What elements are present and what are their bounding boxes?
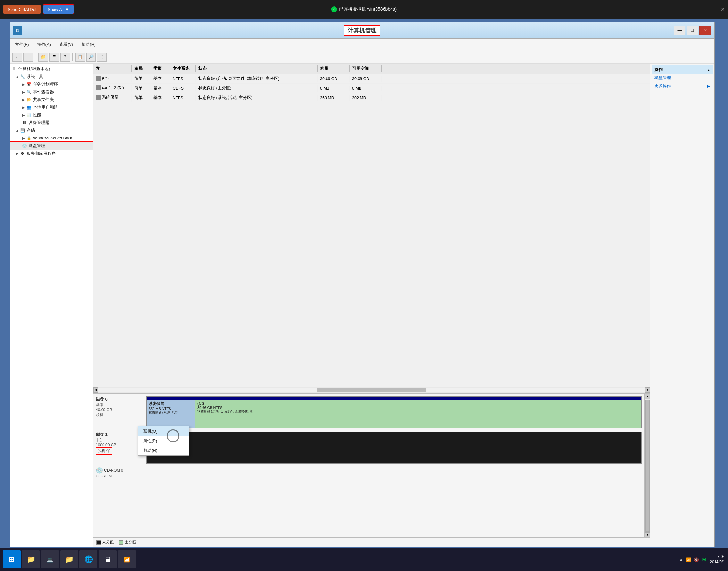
disk0-size: 40.00 GB <box>96 408 144 412</box>
tree-storage[interactable]: ▲ 💾 存储 <box>10 127 93 134</box>
top-bar: Send CtrlAltDel Show All ▼ ✓ 已连接虚拟机 win(… <box>0 0 728 19</box>
disk0-partition-c[interactable]: (C:) 39.66 GB NTFS 状态良好 (启动, 页面文件, 故障转储,… <box>196 397 641 428</box>
toolbar-clipboard-button[interactable]: 📋 <box>75 52 85 62</box>
tree-performance[interactable]: ▶ 📊 性能 <box>10 111 93 119</box>
menu-file[interactable]: 文件(F) <box>12 40 31 49</box>
cdrom0-name: CD-ROM 0 <box>104 468 123 473</box>
vscroll-up-button[interactable]: ▲ <box>645 394 650 399</box>
tree-disk-management[interactable]: 💿 磁盘管理 <box>10 142 93 150</box>
tree-windows-backup[interactable]: ▶ 🔒 Windows Server Back <box>10 134 93 142</box>
context-menu: 联机(O) 属性(P) 帮助(H) <box>138 426 189 456</box>
actions-title-arrow-icon[interactable]: ▲ <box>707 68 710 72</box>
disk-vscrollbar: ▲ ▼ <box>644 394 650 537</box>
menu-help[interactable]: 帮助(H) <box>79 40 98 49</box>
tree-expand-task-icon: ▶ <box>21 82 26 87</box>
toolbar-folder-button[interactable]: 📁 <box>38 52 48 62</box>
tray-expand-icon[interactable]: ▲ <box>678 556 684 563</box>
tree-disk-mgmt-label: 磁盘管理 <box>28 143 45 149</box>
ctx-online[interactable]: 联机(O) <box>138 427 189 436</box>
toolbar-help-button[interactable]: ? <box>60 52 70 62</box>
tree-system-tools-label: 系统工具 <box>27 74 43 80</box>
disk1-partition-unallocated[interactable]: 1000.00 GB 未分配 <box>147 432 641 463</box>
tray-volume-icon[interactable]: 🔇 <box>693 556 700 563</box>
col-type: 类型 <box>151 65 170 73</box>
menu-action[interactable]: 操作(A) <box>35 40 53 49</box>
ctx-help[interactable]: 帮助(H) <box>138 446 189 455</box>
disk1-status-text: 脱机 <box>98 449 105 453</box>
window-title: 计算机管理 <box>344 25 380 35</box>
window-close-button[interactable]: ✕ <box>700 26 711 35</box>
tree-local-users[interactable]: ▶ 👥 本地用户和组 <box>10 104 93 111</box>
tree-system-tools-icon: 🔧 <box>19 74 25 80</box>
table-hscrollbar: ◀ ▶ <box>93 387 650 392</box>
tree-root[interactable]: 🖥 计算机管理(本地) <box>10 65 93 73</box>
status-sys: 状态良好 (系统, 活动, 主分区) <box>196 95 318 101</box>
window-restore-button[interactable]: □ <box>687 26 698 35</box>
tree-event-label: 事件查看器 <box>33 89 54 95</box>
actions-more[interactable]: 更多操作 ▶ <box>652 82 713 90</box>
legend-primary-label: 主分区 <box>125 540 136 545</box>
disk1-type: 未知 <box>96 437 144 443</box>
show-all-label: Show All <box>48 7 64 12</box>
disk1-status-badge: 脱机 ⓘ <box>96 447 112 455</box>
disk1-name: 磁盘 1 <box>96 432 144 437</box>
cap-d: 0 MB <box>318 86 350 91</box>
status-c: 状态良好 (启动, 页面文件, 故障转储, 主分区) <box>196 75 318 82</box>
disk-area: 磁盘 0 基本 40.00 GB 联机 系统保留 350 MB NT <box>93 394 650 537</box>
connected-text: 已连接虚拟机 win(9586bb4a) <box>339 6 397 12</box>
taskbar-remotedesktop-button[interactable]: 🖥 <box>99 551 117 568</box>
tray-network-icon[interactable]: 📶 <box>686 556 692 563</box>
taskbar-explorer-button[interactable]: 📁 <box>22 551 40 568</box>
window-minimize-button[interactable]: — <box>674 26 686 35</box>
vscroll-down-button[interactable]: ▼ <box>645 532 650 537</box>
tree-device-manager[interactable]: 🖥 设备管理器 <box>10 119 93 127</box>
vscroll-thumb[interactable] <box>645 399 650 532</box>
taskbar: ⊞ 📁 💻 📁 🌐 🖥 📶 ▲ 📶 🔇 M 7:04 2014/9/1 <box>0 548 728 571</box>
toolbar-forward-button[interactable]: → <box>23 52 33 62</box>
tree-expand-perf-icon: ▶ <box>21 113 26 117</box>
toolbar-add-button[interactable]: ⊕ <box>97 52 107 62</box>
tree-event-viewer[interactable]: ▶ 🔍 事件查看器 <box>10 88 93 96</box>
connected-check-icon: ✓ <box>331 6 337 12</box>
actions-title: 操作 ▲ <box>652 65 713 74</box>
tree-shared-icon: 📂 <box>26 97 32 103</box>
ctx-properties[interactable]: 属性(P) <box>138 436 189 446</box>
cdrom0-label: 💿 CD-ROM 0 CD-ROM <box>96 467 144 478</box>
tree-services[interactable]: ▶ ⚙ 服务和应用程序 <box>10 150 93 157</box>
top-bar-close-button[interactable]: ✕ <box>721 6 725 12</box>
tree-expand-event-icon: ▶ <box>21 90 26 94</box>
disk0-sys-size: 350 MB NTFS <box>149 407 193 411</box>
free-c: 30.08 GB <box>350 76 382 82</box>
toolbar-search-button[interactable]: 🔎 <box>86 52 96 62</box>
tree-system-tools[interactable]: ▲ 🔧 系统工具 <box>10 73 93 81</box>
tree-task-scheduler[interactable]: ▶ 📅 任务计划程序 <box>10 81 93 88</box>
taskbar-ie-button[interactable]: 🌐 <box>80 551 97 568</box>
taskbar-files-button[interactable]: 📁 <box>60 551 78 568</box>
hscroll-thumb[interactable] <box>317 388 426 392</box>
disk0-status: 联机 <box>96 412 144 418</box>
window-app-icon: 🖥 <box>13 26 22 35</box>
toolbar-list-button[interactable]: ☰ <box>49 52 59 62</box>
start-button[interactable]: ⊞ <box>3 551 20 568</box>
show-all-button[interactable]: Show All ▼ <box>43 5 74 14</box>
legend-unallocated-box <box>97 540 101 545</box>
legend-bar: 未分配 主分区 <box>93 537 650 547</box>
disk0-partition-system[interactable]: 系统保留 350 MB NTFS 状态良好 (系统, 活动 <box>147 397 196 428</box>
hscroll-left-button[interactable]: ◀ <box>93 387 98 392</box>
toolbar: ← → 📁 ☰ ? 📋 🔎 ⊕ <box>10 50 714 64</box>
taskbar-network-button[interactable]: 📶 <box>118 551 136 568</box>
taskbar-powershell-button[interactable]: 💻 <box>41 551 59 568</box>
menu-view[interactable]: 查看(V) <box>57 40 76 49</box>
tree-perf-icon: 📊 <box>26 112 32 118</box>
table-row[interactable]: (C:) 简单 基本 NTFS 状态良好 (启动, 页面文件, 故障转储, 主分… <box>93 74 650 84</box>
toolbar-back-button[interactable]: ← <box>12 52 22 62</box>
table-row[interactable]: config-2 (D:) 简单 基本 CDFS 状态良好 (主分区) 0 MB… <box>93 84 650 93</box>
layout-sys: 简单 <box>132 95 151 101</box>
tree-perf-label: 性能 <box>33 112 41 118</box>
table-row[interactable]: 系统保留 简单 基本 NTFS 状态良好 (系统, 活动, 主分区) 350 M… <box>93 93 650 103</box>
fs-d: CDFS <box>170 86 196 91</box>
col-capacity: 容量 <box>318 65 350 73</box>
tree-shared-folders[interactable]: ▶ 📂 共享文件夹 <box>10 96 93 104</box>
hscroll-right-button[interactable]: ▶ <box>645 387 650 392</box>
send-ctrl-alt-del-button[interactable]: Send CtrlAltDel <box>3 5 41 14</box>
